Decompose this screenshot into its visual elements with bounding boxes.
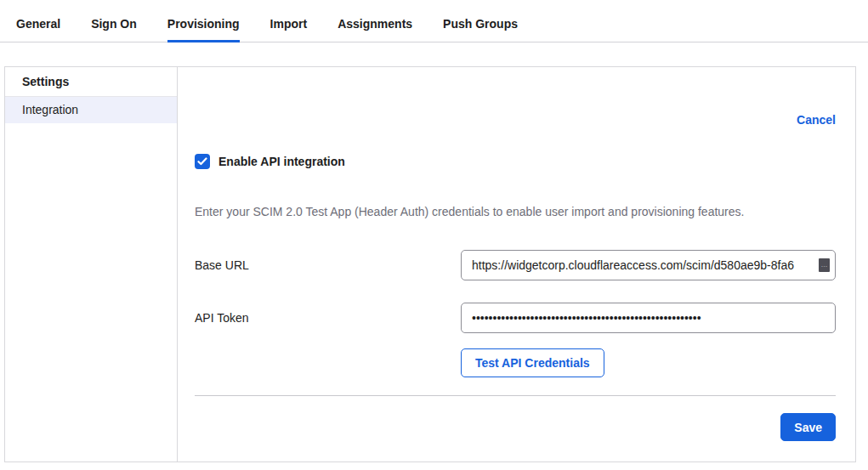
credentials-description: Enter your SCIM 2.0 Test App (Header Aut… <box>195 206 836 218</box>
tab-general[interactable]: General <box>16 17 60 42</box>
api-token-input-wrap <box>461 303 836 333</box>
cancel-row: Cancel <box>195 114 836 126</box>
enable-api-checkbox[interactable] <box>195 154 210 169</box>
base-url-field-row: Base URL … <box>195 250 836 280</box>
base-url-label: Base URL <box>195 250 461 272</box>
api-token-label: API Token <box>195 303 461 325</box>
tab-sign-on[interactable]: Sign On <box>91 17 137 42</box>
base-url-input-wrap: … <box>461 250 836 280</box>
sidebar-heading: Settings <box>5 67 177 97</box>
tab-provisioning[interactable]: Provisioning <box>167 17 240 42</box>
integration-settings-panel: Cancel Enable API integration Enter your… <box>178 67 857 462</box>
tab-assignments[interactable]: Assignments <box>338 17 412 42</box>
sidebar-item-label: Integration <box>22 103 78 116</box>
sidebar-item-integration[interactable]: Integration <box>5 97 177 123</box>
tab-import[interactable]: Import <box>270 17 308 42</box>
app-tab-bar: General Sign On Provisioning Import Assi… <box>0 0 868 42</box>
enable-api-row: Enable API integration <box>195 154 836 169</box>
api-token-input[interactable] <box>461 303 836 333</box>
api-token-field-row: API Token <box>195 303 836 333</box>
base-url-input[interactable] <box>461 250 836 280</box>
provisioning-card: Settings Integration Cancel Enable API i… <box>4 66 856 462</box>
save-button[interactable]: Save <box>780 413 836 441</box>
checkmark-icon <box>197 157 207 166</box>
settings-sidebar: Settings Integration <box>5 67 178 462</box>
save-row: Save <box>195 413 836 441</box>
footer-divider <box>195 395 836 396</box>
cancel-link[interactable]: Cancel <box>797 113 836 127</box>
tab-push-groups[interactable]: Push Groups <box>443 17 518 42</box>
test-api-credentials-button[interactable]: Test API Credentials <box>461 348 604 377</box>
test-credentials-row: Test API Credentials <box>461 348 836 377</box>
enable-api-label: Enable API integration <box>218 155 345 168</box>
